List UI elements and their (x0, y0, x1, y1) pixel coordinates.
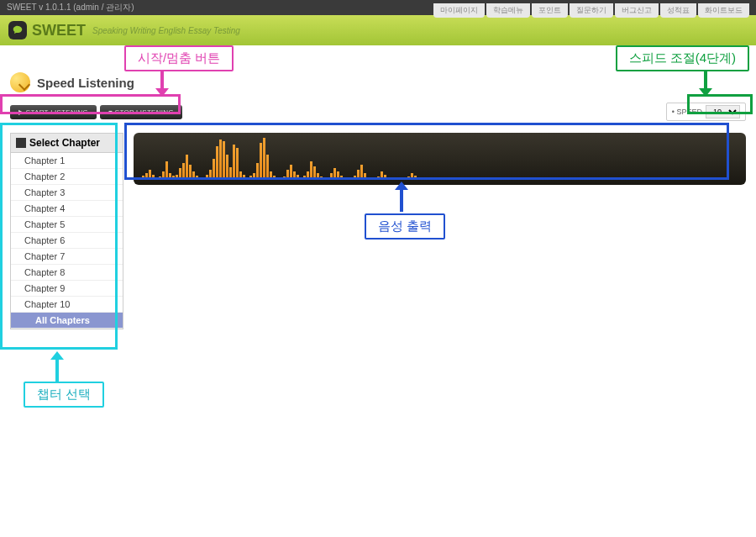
waveform-bar (424, 178, 427, 180)
waveform-bar (391, 178, 393, 180)
waveform-bar (532, 178, 534, 180)
waveform-bar (293, 171, 296, 180)
waveform-bar (636, 178, 638, 180)
waveform-bar (323, 178, 326, 180)
chapter-item[interactable]: Chapter 1 (11, 153, 123, 169)
waveform-bar (569, 178, 571, 180)
nav-mypage[interactable]: 마이페이지 (433, 3, 485, 18)
waveform-bar (465, 178, 467, 180)
waveform-bar (360, 165, 363, 180)
waveform-bar (256, 163, 259, 180)
waveform-bar (169, 173, 171, 180)
waveform-bar (626, 178, 628, 180)
waveform-bar (196, 176, 198, 180)
waveform-bar (276, 177, 279, 180)
waveform-bar (505, 178, 507, 180)
waveform-bar (179, 168, 181, 180)
chapter-item[interactable]: Chapter 4 (11, 201, 123, 217)
nav-point[interactable]: 포인트 (532, 3, 568, 18)
waveform-bar (599, 178, 601, 180)
start-listening-button[interactable]: ▶ START LISTENING (10, 105, 97, 119)
nav-whiteboard[interactable]: 화이트보드 (698, 3, 749, 18)
waveform-bar (468, 178, 470, 180)
waveform-bar (555, 178, 558, 180)
chapter-item[interactable]: Chapter 5 (11, 217, 123, 233)
waveform-bar (243, 175, 245, 180)
waveform-bar (518, 178, 521, 180)
nav-question[interactable]: 질문하기 (570, 3, 613, 18)
waveform-bar (364, 173, 366, 180)
chapter-item[interactable]: Chapter 9 (11, 281, 123, 297)
waveform-bar (461, 178, 464, 180)
nav-bug[interactable]: 버그신고 (615, 3, 659, 18)
chapter-item[interactable]: Chapter 10 (11, 297, 123, 313)
content: 시작/멈춤 버튼 스피드 조절(4단계) 음성 출력 챕터 선택 Speed L… (0, 45, 756, 336)
waveform-bar (522, 178, 524, 180)
waveform-bar (414, 176, 417, 180)
waveform-bar (226, 155, 228, 180)
waveform-bar (219, 140, 222, 180)
waveform-bar (602, 178, 605, 180)
waveform-bar (481, 178, 484, 180)
speed-label: • SPEED (672, 108, 702, 116)
waveform-bar (622, 178, 625, 180)
page-title: Speed Listening (37, 76, 134, 90)
waveform-bar (421, 178, 423, 180)
callout-speed: 스피드 조절(4단계) (616, 45, 750, 71)
waveform-bar (239, 171, 242, 180)
nav-study[interactable]: 학습메뉴 (486, 3, 530, 18)
waveform-bar (357, 170, 360, 180)
waveform-bar (612, 178, 615, 180)
waveform-bar (431, 178, 433, 180)
waveform-bar (596, 178, 598, 180)
callout-audio: 음성 출력 (365, 213, 445, 240)
waveform-bar (498, 178, 501, 180)
page-title-row: Speed Listening (10, 72, 746, 92)
waveform-bar (286, 170, 289, 180)
waveform-bar (495, 178, 497, 180)
waveform-bar (374, 178, 376, 180)
waveform-bar (337, 171, 339, 180)
waveform-bar (165, 161, 168, 180)
waveform-bar (370, 178, 373, 180)
waveform-bar (381, 171, 383, 180)
waveform-bar (283, 176, 286, 180)
chapter-item-all[interactable]: All Chapters (11, 313, 123, 329)
chapter-item[interactable]: Chapter 3 (11, 185, 123, 201)
svg-marker-2 (395, 182, 408, 212)
waveform-bar (619, 178, 622, 180)
waveform-bar (616, 178, 618, 180)
waveform-bar (273, 176, 276, 180)
waveform-bar (260, 143, 262, 180)
waveform-bar (458, 178, 460, 180)
waveform-bar (176, 175, 178, 180)
waveform-bar (340, 176, 343, 180)
waveform-bar (333, 168, 336, 180)
chapter-item[interactable]: Chapter 2 (11, 169, 123, 185)
waveform-bar (263, 138, 265, 180)
waveform-bar (643, 178, 645, 180)
waveform-bar (434, 178, 437, 180)
waveform-bar (159, 176, 161, 180)
waveform-bar (491, 178, 494, 180)
waveform-bar (149, 170, 151, 180)
waveform-bar (233, 145, 235, 180)
waveform-bar (592, 178, 595, 180)
chapter-item[interactable]: Chapter 7 (11, 249, 123, 265)
speed-select[interactable]: 10 (706, 105, 740, 118)
speed-control[interactable]: • SPEED 10 (666, 103, 746, 121)
waveform-bar (199, 177, 202, 180)
waveform-bar (155, 177, 158, 180)
stop-listening-button[interactable]: ■ STOP LISTENING (100, 105, 182, 119)
waveform-bar (377, 176, 380, 180)
waveform-bar (411, 173, 413, 180)
waveform-bar (572, 178, 575, 180)
nav-score[interactable]: 성적표 (660, 3, 696, 18)
waveform-bar (142, 176, 144, 180)
chapter-item[interactable]: Chapter 6 (11, 233, 123, 249)
waveform-bar (549, 178, 551, 180)
waveform-bar (508, 178, 511, 180)
waveform-bar (404, 178, 407, 180)
waveform-bar (223, 141, 225, 180)
chapter-item[interactable]: Chapter 8 (11, 265, 123, 281)
